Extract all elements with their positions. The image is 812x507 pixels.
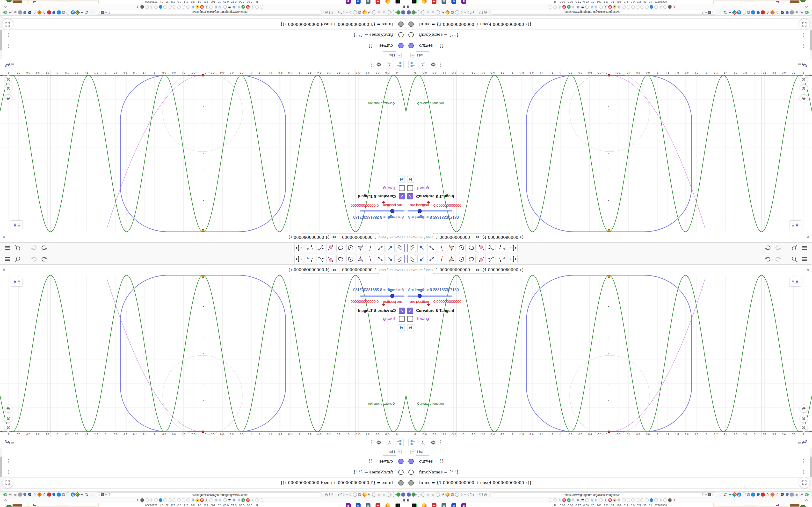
gear-icon[interactable]: [358, 10, 362, 14]
fullscreen-button[interactable]: [799, 477, 810, 488]
favicon-icon[interactable]: ◉: [346, 503, 351, 507]
curvature-function-dropdown[interactable]: 1.000000000000 + cos(4.000000000000 x) ▼: [302, 233, 379, 241]
settings-button[interactable]: [429, 60, 438, 69]
favicon-icon[interactable]: [407, 10, 411, 14]
favicon-icon[interactable]: i: [604, 498, 607, 502]
tool-point-button[interactable]: A: [417, 243, 426, 252]
tool-angle-button[interactable]: α: [326, 243, 335, 252]
tool-reflect-button[interactable]: [317, 255, 325, 264]
scrollbar-thumb[interactable]: [0, 457, 2, 477]
zoom-level-badge[interactable]: 81%: [702, 493, 707, 496]
tool-perpendicular-line-button[interactable]: [437, 243, 446, 252]
favicon-icon[interactable]: [401, 493, 405, 497]
wrench-icon[interactable]: [800, 493, 804, 497]
more-options-icon[interactable]: [371, 440, 372, 441]
favicon-icon[interactable]: [177, 498, 181, 502]
shield-icon[interactable]: [23, 493, 27, 497]
favicon-icon[interactable]: G: [251, 498, 254, 502]
favicon-icon[interactable]: [631, 498, 635, 502]
arc-position-slider[interactable]: [360, 202, 405, 202]
collapse-panel-icon[interactable]: ◀: [3, 236, 6, 239]
favicon-icon[interactable]: Я: [562, 5, 566, 9]
trash-icon[interactable]: [42, 10, 46, 14]
favicon-icon[interactable]: +: [751, 493, 755, 497]
dot-icon[interactable]: [353, 494, 354, 495]
favicon-icon[interactable]: [209, 498, 213, 502]
search-button[interactable]: [790, 243, 799, 252]
curvature-tangent-checkbox[interactable]: ✓: [399, 193, 405, 200]
wrench-icon[interactable]: [8, 10, 12, 14]
pencil-icon[interactable]: [732, 10, 737, 15]
favicon-icon[interactable]: Я: [200, 5, 204, 9]
favicon-icon[interactable]: [668, 5, 672, 9]
algebra-row-curves[interactable]: curves = {}: [406, 456, 812, 467]
favicon-icon[interactable]: ▲: [613, 5, 616, 9]
double-chevron-up-icon[interactable]: [553, 504, 556, 507]
firefox-icon[interactable]: [386, 0, 390, 4]
arc-position-slider[interactable]: [407, 202, 452, 202]
arc-position-slider[interactable]: [360, 305, 405, 305]
visibility-marble[interactable]: [398, 43, 404, 48]
url-bar[interactable]: https://www.geogebra.org/classic/aagcxh3…: [96, 492, 322, 497]
favicon-icon[interactable]: [154, 5, 158, 9]
gear-icon[interactable]: [450, 10, 454, 14]
favicon-icon[interactable]: [387, 10, 391, 14]
home-button[interactable]: [4, 95, 12, 102]
skip-next-button[interactable]: [398, 176, 405, 183]
favicon-icon[interactable]: [654, 5, 658, 9]
favicon-icon[interactable]: [396, 493, 400, 497]
favicon-icon[interactable]: [553, 5, 557, 9]
skip-next-button[interactable]: [407, 324, 414, 331]
favicon-icon[interactable]: 64: [356, 0, 361, 4]
favicon-icon[interactable]: f: [672, 5, 676, 9]
firefox-icon[interactable]: [362, 10, 367, 14]
favicon-icon[interactable]: +: [57, 10, 61, 14]
trash-icon[interactable]: [33, 10, 37, 14]
favicon-icon[interactable]: [18, 493, 22, 497]
scrollbar-thumb[interactable]: [810, 30, 812, 50]
row-menu-icon[interactable]: [803, 47, 804, 48]
wrench-icon[interactable]: [367, 10, 371, 14]
double-chevron-up-icon[interactable]: [553, 0, 556, 3]
tool-angle-button[interactable]: α: [326, 255, 335, 264]
favicon-icon[interactable]: G: [617, 5, 621, 9]
fx-format-button[interactable]: fx: [385, 60, 394, 69]
url-text[interactable]: https://www.geogebra.org/classic/aagcxh3…: [490, 10, 694, 14]
favicon-icon[interactable]: G: [659, 5, 662, 9]
firefox-icon[interactable]: [362, 493, 367, 497]
arc-position-slider-knob[interactable]: [427, 201, 430, 204]
favicon-icon[interactable]: [407, 493, 411, 497]
dot-icon[interactable]: [349, 11, 351, 13]
row-menu-icon[interactable]: [803, 36, 804, 37]
arc-position-slider[interactable]: [407, 305, 452, 305]
collapse-list-button[interactable]: −: [410, 53, 415, 57]
favicon-icon[interactable]: G: [218, 5, 222, 9]
reader-mode-icon[interactable]: A: [708, 11, 711, 14]
graph-canvas[interactable]: -4-3.8-3.6-3.4-3.2-3-2.8-2.6-2.4-2.2-2-1…: [406, 70, 812, 232]
shield-icon[interactable]: [479, 11, 483, 14]
algebra-row-funcs[interactable]: funcs = {1.000000000000 + cos(4.00000000…: [0, 477, 406, 489]
favicon-icon[interactable]: ▸: [412, 0, 417, 4]
scrollbar[interactable]: [0, 448, 2, 492]
dot-icon[interactable]: [461, 494, 463, 496]
tool-reflect-button[interactable]: [487, 255, 495, 264]
shield-icon[interactable]: [479, 493, 483, 496]
firefox-icon[interactable]: [445, 10, 450, 14]
tool-move-view-button[interactable]: [509, 243, 518, 252]
tracing-checkbox[interactable]: [407, 185, 413, 191]
search-button[interactable]: [13, 243, 22, 252]
tool-perpendicular-line-button[interactable]: [366, 255, 375, 264]
algebra-row-funcnames[interactable]: funcNames = {" "}: [0, 30, 406, 40]
gear-icon[interactable]: [62, 493, 66, 497]
favicon-icon[interactable]: 64: [356, 503, 361, 507]
favicon-icon[interactable]: [636, 5, 640, 9]
oval-icon[interactable]: [742, 12, 746, 14]
collapse-list-button[interactable]: −: [397, 53, 402, 57]
favicon-icon[interactable]: G: [251, 5, 254, 9]
favicon-icon[interactable]: [622, 5, 626, 9]
favicon-icon[interactable]: G: [590, 498, 594, 502]
curvature-function-dropdown[interactable]: 1.000000000000 + cos(4.000000000000 x) ▼: [433, 233, 510, 241]
favicon-icon[interactable]: [168, 5, 171, 9]
zoom-in-button[interactable]: [4, 415, 12, 422]
algebra-row-curves[interactable]: curves = {}: [0, 456, 406, 467]
